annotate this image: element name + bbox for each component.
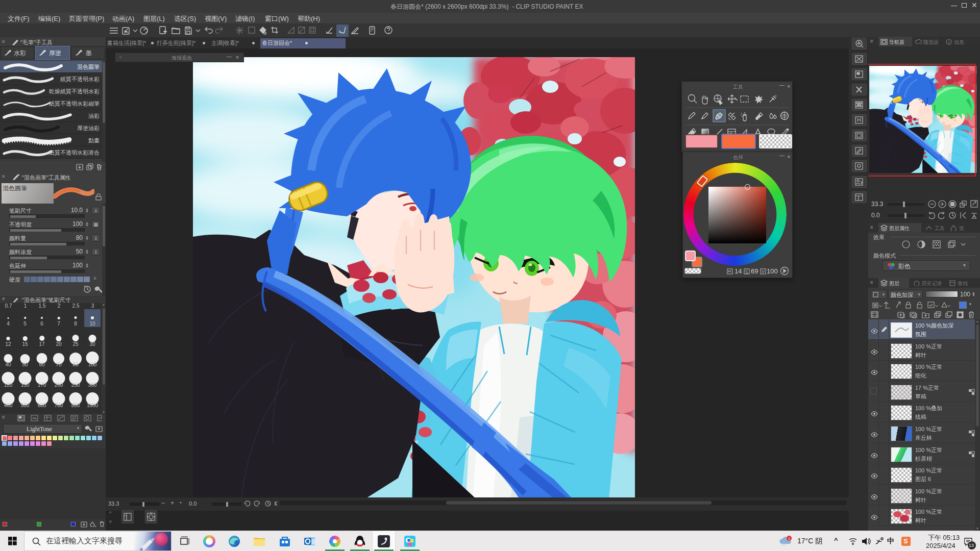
- svg-text:1: 1: [788, 536, 791, 541]
